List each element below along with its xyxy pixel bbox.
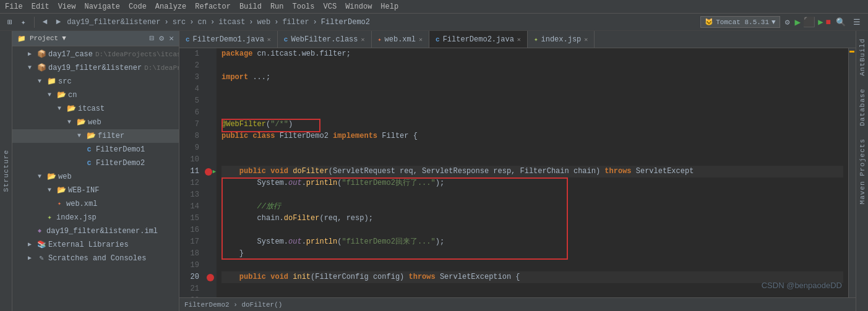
bc-itcast[interactable]: itcast xyxy=(218,18,245,27)
menu-code[interactable]: Code xyxy=(129,2,147,11)
tree-item-extlibs[interactable]: ▶ 📚 External Libraries xyxy=(12,238,179,252)
back-btn[interactable]: ◄ xyxy=(40,16,50,28)
project-header-icon: 📁 xyxy=(17,35,26,43)
bc-web[interactable]: web xyxy=(257,18,271,27)
settings-btn[interactable]: ✦ xyxy=(19,16,28,28)
dropdown-arrow-icon: ▼ xyxy=(771,19,776,26)
menu-build[interactable]: Build xyxy=(239,2,262,11)
tab-filterdemo2[interactable]: c FilterDemo2.java ✕ xyxy=(429,31,528,48)
sync-btn[interactable]: ⊞ xyxy=(5,16,15,28)
status-breadcrumb: FilterDemo2 › doFilter() xyxy=(184,301,282,309)
filterdemo2-label: FilterDemo2 xyxy=(96,158,145,169)
gutter-line-2 xyxy=(204,60,217,72)
menu-window[interactable]: Window xyxy=(345,2,372,11)
structure-tab-label: Structure xyxy=(2,150,10,192)
ln-16: 16 xyxy=(179,224,199,236)
tree-item-day17[interactable]: ▶ 📦 day17_case D:\IdeaProjects\itcast\da… xyxy=(12,48,179,61)
run-config-dropdown[interactable]: 🐱 Tomcat 8.5.31 ▼ xyxy=(700,16,780,28)
run-button[interactable]: ▶ xyxy=(795,16,801,28)
menu-vcs[interactable]: VCS xyxy=(324,2,337,11)
database-tab[interactable]: Database xyxy=(857,83,867,131)
menu-navigate[interactable]: Navigate xyxy=(84,2,120,11)
bc-filter[interactable]: filter xyxy=(282,18,309,27)
structure-tab[interactable]: Structure xyxy=(0,31,12,311)
bc-class[interactable]: FilterDemo2 xyxy=(321,18,370,27)
tree-item-filterdemo2[interactable]: C FilterDemo2 xyxy=(12,156,179,170)
tree-item-src[interactable]: ▼ 📁 src xyxy=(12,75,179,88)
tree-item-indexjsp[interactable]: ✦ index.jsp xyxy=(12,211,179,224)
tree-item-web2[interactable]: ▼ 📂 web xyxy=(12,170,179,184)
tab-close-filterdemo2[interactable]: ✕ xyxy=(517,36,521,43)
menu-analyze[interactable]: Analyze xyxy=(155,2,186,11)
tab-close-webfilter[interactable]: ✕ xyxy=(361,36,365,43)
settings-gear-icon[interactable]: ⚙ xyxy=(159,33,164,43)
tree-item-itcast[interactable]: ▼ 📂 itcast xyxy=(12,102,179,116)
run-config-settings-icon[interactable]: ⚙ xyxy=(783,16,793,28)
collapse-all-icon[interactable]: ⊟ xyxy=(150,33,155,43)
find-action-icon[interactable]: ☰ xyxy=(851,16,863,28)
menu-refactor[interactable]: Refactor xyxy=(195,2,231,11)
scrollbar-track[interactable] xyxy=(848,48,856,297)
tree-item-cn[interactable]: ▼ 📂 cn xyxy=(12,88,179,102)
code-line-9 xyxy=(221,142,843,154)
tree-item-scratches[interactable]: ▶ ✎ Scratches and Consoles xyxy=(12,252,179,265)
ln-11: 11 xyxy=(179,166,199,177)
tree-item-filter[interactable]: ▼ 📂 filter xyxy=(12,129,179,143)
expand-icon-cn: ▼ xyxy=(45,90,54,101)
tree-item-day19[interactable]: ▼ 📦 day19_filter&listener D:\IdeaProject… xyxy=(12,61,179,75)
tab-filterdemo1[interactable]: c FilterDemo1.java ✕ xyxy=(179,31,278,48)
menu-file[interactable]: File xyxy=(5,2,23,11)
filterdemo1-label: FilterDemo1 xyxy=(96,144,145,155)
gutter-line-11: ▶ xyxy=(204,166,217,177)
menu-run[interactable]: Run xyxy=(270,2,284,11)
tree-item-webxml[interactable]: ✦ web.xml xyxy=(12,197,179,211)
tree-item-iml[interactable]: ◆ day19_filter&listener.iml xyxy=(12,224,179,238)
antbuild-tab[interactable]: AntBuild xyxy=(857,33,867,81)
run-toolbar: 🐱 Tomcat 8.5.31 ▼ ⚙ ▶ ⬛ ▶ ■ 🔍 ☰ xyxy=(700,16,863,28)
tab-close-webxml[interactable]: ✕ xyxy=(419,36,423,43)
code-editor[interactable]: package cn.itcast.web.filter; import ...… xyxy=(217,48,848,297)
editor-area: c FilterDemo1.java ✕ c WebFilter.class ✕… xyxy=(179,31,856,311)
hide-icon[interactable]: ✕ xyxy=(169,33,174,43)
gutter-line-1 xyxy=(204,48,217,60)
menu-help[interactable]: Help xyxy=(380,2,398,11)
bc-sep4: › xyxy=(249,18,253,27)
bc-cn[interactable]: cn xyxy=(198,18,207,27)
maven-tab[interactable]: Maven Projects xyxy=(857,134,867,209)
tree-item-filterdemo1[interactable]: C FilterDemo1 xyxy=(12,143,179,156)
status-bar: FilterDemo2 › doFilter() xyxy=(179,297,856,311)
ln-3: 3 xyxy=(179,72,199,83)
public-kw-11: public xyxy=(239,166,266,177)
tab-close-indexjsp[interactable]: ✕ xyxy=(584,36,588,43)
forward-btn[interactable]: ► xyxy=(53,16,63,28)
tab-bar: c FilterDemo1.java ✕ c WebFilter.class ✕… xyxy=(179,31,856,48)
itcast-label: itcast xyxy=(78,103,105,114)
menu-edit[interactable]: Edit xyxy=(32,2,49,11)
debug-button[interactable]: ⬛ xyxy=(803,16,815,28)
tab-close-filterdemo1[interactable]: ✕ xyxy=(267,36,271,43)
code-line-15: chain. doFilter (req, resp); xyxy=(221,213,843,224)
bc-project[interactable]: day19_filter&listener xyxy=(67,18,160,27)
header-dropdown-icon[interactable]: ▼ xyxy=(62,35,66,42)
annotation-webfilter: @WebFilter xyxy=(221,119,266,130)
ln-19: 19 xyxy=(179,260,199,271)
bc-sep5: › xyxy=(274,18,278,27)
coverage-button[interactable]: ▶ xyxy=(818,17,823,27)
gutter-line-14 xyxy=(204,201,217,213)
code-line-8: public class FilterDemo2 implements Filt… xyxy=(221,130,843,142)
tree-item-web-pkg[interactable]: ▼ 📂 web xyxy=(12,116,179,129)
day17-path: D:\IdeaProjects\itcast\day17_ca xyxy=(95,49,179,60)
tree-item-webinf[interactable]: ▼ 📂 WEB-INF xyxy=(12,184,179,197)
menu-view[interactable]: View xyxy=(58,2,76,11)
stop-button[interactable]: ■ xyxy=(826,17,831,27)
day19-label: day19_filter&listener xyxy=(48,62,142,74)
tab-indexjsp[interactable]: ✦ index.jsp ✕ xyxy=(528,31,595,48)
day19-path: D:\IdeaProjects\itcast xyxy=(144,62,179,74)
tab-webxml[interactable]: ✦ web.xml ✕ xyxy=(372,31,429,48)
bc-src[interactable]: src xyxy=(173,18,186,27)
void-kw-20: void xyxy=(270,271,288,283)
expand-icon-src: ▼ xyxy=(35,76,45,87)
search-everywhere-icon[interactable]: 🔍 xyxy=(833,16,848,28)
menu-tools[interactable]: Tools xyxy=(293,2,315,11)
tab-webfilter[interactable]: c WebFilter.class ✕ xyxy=(278,31,372,48)
